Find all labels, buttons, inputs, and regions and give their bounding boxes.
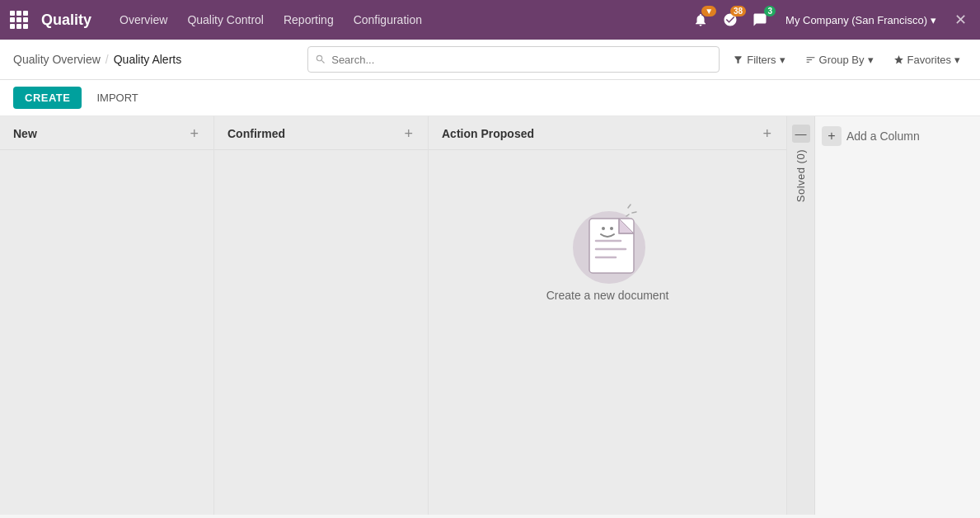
notification-badge: ▼ bbox=[701, 6, 716, 16]
close-btn[interactable]: ✕ bbox=[951, 7, 970, 32]
messages-btn[interactable]: 3 bbox=[749, 9, 771, 31]
empty-state-text: Create a new document bbox=[546, 289, 669, 302]
company-selector[interactable]: My Company (San Francisco) ▾ bbox=[779, 11, 943, 30]
toolbar: Quality Overview / Quality Alerts Filter… bbox=[0, 40, 980, 80]
import-button[interactable]: IMPORT bbox=[88, 87, 146, 109]
svg-point-6 bbox=[610, 227, 613, 230]
column-title-new: New bbox=[13, 127, 37, 140]
solved-title[interactable]: Solved (0) bbox=[795, 149, 807, 202]
kanban-column-confirmed: Confirmed + bbox=[214, 116, 429, 515]
column-body-new bbox=[0, 150, 213, 515]
kanban-column-new: New + bbox=[0, 116, 214, 515]
group-by-btn[interactable]: Group By ▾ bbox=[799, 50, 880, 69]
breadcrumb-parent[interactable]: Quality Overview bbox=[13, 53, 101, 66]
svg-line-7 bbox=[628, 205, 631, 208]
create-button[interactable]: CREATE bbox=[13, 87, 82, 109]
add-column-label[interactable]: Add a Column bbox=[846, 130, 920, 143]
kanban-column-solved: — Solved (0) bbox=[787, 116, 815, 515]
breadcrumb-separator: / bbox=[106, 53, 109, 66]
filter-controls: Filters ▾ Group By ▾ Favorites ▾ bbox=[726, 50, 967, 69]
kanban-column-action-proposed: Action Proposed + bbox=[429, 116, 787, 515]
column-title-confirmed: Confirmed bbox=[227, 127, 285, 140]
column-add-new-btn[interactable]: + bbox=[188, 126, 200, 141]
filters-btn[interactable]: Filters ▾ bbox=[726, 50, 791, 69]
messages-badge: 3 bbox=[764, 6, 776, 16]
empty-state-illustration bbox=[558, 190, 657, 289]
app-logo: Quality bbox=[41, 12, 91, 29]
svg-point-5 bbox=[602, 227, 605, 230]
breadcrumb: Quality Overview / Quality Alerts bbox=[13, 53, 181, 66]
svg-line-8 bbox=[632, 212, 636, 213]
nav-link-reporting[interactable]: Reporting bbox=[275, 8, 342, 31]
column-title-action-proposed: Action Proposed bbox=[442, 127, 534, 140]
company-name: My Company (San Francisco) bbox=[785, 14, 927, 26]
add-column-plus-btn[interactable]: + bbox=[822, 126, 842, 146]
column-add-confirmed-btn[interactable]: + bbox=[402, 126, 415, 141]
column-header-confirmed: Confirmed + bbox=[214, 116, 428, 150]
column-header-action-proposed: Action Proposed + bbox=[429, 116, 786, 150]
action-bar: CREATE IMPORT bbox=[0, 80, 980, 116]
nav-links: Overview Quality Control Reporting Confi… bbox=[111, 8, 677, 31]
column-body-action-proposed: Create a new document bbox=[429, 150, 786, 515]
column-body-confirmed bbox=[214, 150, 428, 515]
favorites-label: Favorites bbox=[907, 54, 951, 66]
nav-link-configuration[interactable]: Configuration bbox=[345, 8, 430, 31]
nav-right-icons: ▼ 38 3 My Company (San Francisco) ▾ ✕ bbox=[690, 7, 970, 32]
column-header-new: New + bbox=[0, 116, 213, 150]
group-by-icon bbox=[805, 54, 816, 65]
empty-state: Create a new document bbox=[435, 157, 780, 335]
top-navigation: Quality Overview Quality Control Reporti… bbox=[0, 0, 980, 40]
filters-icon bbox=[733, 54, 743, 65]
favorites-chevron-icon: ▾ bbox=[954, 54, 960, 66]
group-by-label: Group By bbox=[819, 54, 865, 66]
filters-label: Filters bbox=[747, 54, 776, 66]
activity-badge: 38 bbox=[730, 6, 746, 16]
solved-header: — Solved (0) bbox=[787, 116, 814, 210]
notifications-btn[interactable]: ▼ bbox=[690, 9, 711, 31]
search-box[interactable] bbox=[307, 46, 720, 73]
app-switcher-icon[interactable] bbox=[10, 11, 28, 29]
group-by-chevron-icon: ▾ bbox=[868, 54, 874, 66]
column-add-action-proposed-btn[interactable]: + bbox=[761, 126, 773, 141]
favorites-btn[interactable]: Favorites ▾ bbox=[887, 50, 967, 69]
nav-link-quality-control[interactable]: Quality Control bbox=[179, 8, 272, 31]
solved-expand-btn[interactable]: — bbox=[792, 125, 810, 143]
nav-link-overview[interactable]: Overview bbox=[111, 8, 176, 31]
company-chevron-icon: ▾ bbox=[931, 14, 936, 26]
svg-line-9 bbox=[626, 214, 629, 216]
filters-chevron-icon: ▾ bbox=[780, 54, 785, 66]
search-input[interactable] bbox=[331, 54, 712, 66]
breadcrumb-current: Quality Alerts bbox=[114, 53, 181, 66]
search-icon bbox=[315, 54, 326, 65]
app-title: Quality bbox=[41, 12, 91, 29]
add-column-area: + Add a Column bbox=[815, 116, 980, 515]
activity-btn[interactable]: 38 bbox=[720, 9, 741, 31]
kanban-board: New + Confirmed + Action Proposed + bbox=[0, 116, 980, 515]
favorites-icon bbox=[893, 54, 904, 65]
